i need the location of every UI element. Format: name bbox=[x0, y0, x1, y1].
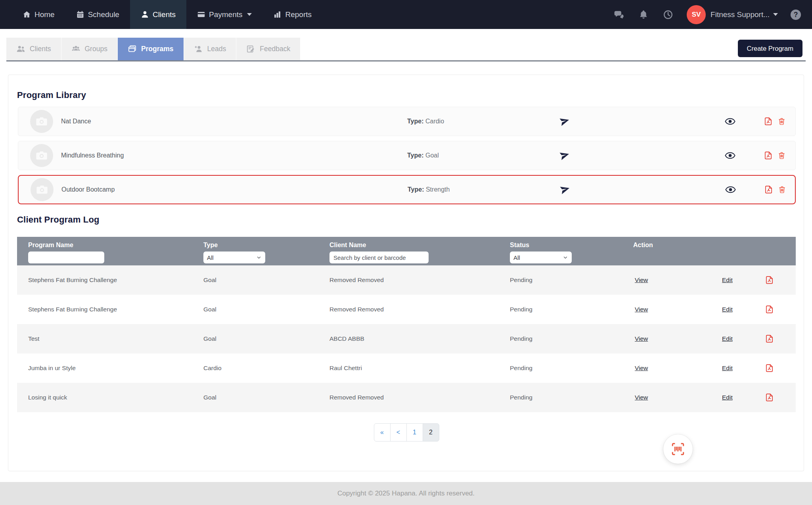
pdf-program-icon[interactable] bbox=[764, 151, 773, 160]
view-link[interactable]: View bbox=[635, 353, 648, 383]
cell-status: Pending bbox=[499, 324, 622, 353]
help-icon[interactable]: ? bbox=[790, 9, 802, 21]
table-row: Test Goal ABCD ABBB Pending View Edit bbox=[17, 324, 796, 353]
client-search-input[interactable] bbox=[329, 252, 429, 263]
cell-action: View Edit bbox=[622, 353, 796, 383]
program-type: Type: Strength bbox=[408, 186, 450, 193]
cell-type: Goal bbox=[192, 265, 318, 295]
edit-link[interactable]: Edit bbox=[722, 324, 733, 353]
pdf-download-icon[interactable] bbox=[765, 305, 774, 314]
cell-action: View Edit bbox=[622, 295, 796, 324]
camera-icon bbox=[35, 183, 49, 196]
user-avatar[interactable]: SV bbox=[687, 5, 706, 24]
client-program-log-table: Program Name Type All Client Name bbox=[17, 237, 796, 412]
edit-link[interactable]: Edit bbox=[722, 295, 733, 324]
svg-text:?: ? bbox=[794, 11, 798, 19]
pdf-download-icon[interactable] bbox=[765, 393, 774, 402]
pdf-download-icon[interactable] bbox=[765, 364, 774, 373]
program-library-row[interactable]: Outdoor Bootcamp Type: Strength bbox=[18, 175, 796, 204]
cell-action: View Edit bbox=[622, 324, 796, 353]
program-image-placeholder bbox=[30, 144, 53, 167]
program-name: Outdoor Bootcamp bbox=[61, 186, 115, 193]
view-link[interactable]: View bbox=[635, 265, 648, 295]
barcode-icon bbox=[670, 442, 686, 457]
pdf-program-icon[interactable] bbox=[764, 185, 773, 194]
chat-icon[interactable] bbox=[614, 10, 624, 20]
clock-icon[interactable] bbox=[663, 10, 673, 20]
client-program-log-title: Client Program Log bbox=[17, 215, 100, 225]
programs-icon bbox=[128, 44, 137, 54]
edit-link[interactable]: Edit bbox=[722, 265, 733, 295]
column-header-program-name: Program Name bbox=[28, 242, 192, 249]
pagination-first-button[interactable]: « bbox=[374, 423, 391, 442]
pagination-prev-button[interactable]: < bbox=[390, 423, 407, 442]
pdf-program-icon[interactable] bbox=[764, 117, 773, 126]
leads-icon bbox=[194, 44, 203, 54]
pdf-download-icon[interactable] bbox=[765, 334, 774, 344]
create-program-button[interactable]: Create Program bbox=[738, 40, 802, 57]
preview-program-icon[interactable] bbox=[725, 184, 736, 195]
pagination-page-2-button[interactable]: 2 bbox=[423, 423, 439, 442]
navbar-right: SV Fitness Support... ? bbox=[599, 0, 812, 29]
pdf-download-icon[interactable] bbox=[765, 276, 774, 285]
table-header: Program Name Type All Client Name bbox=[17, 237, 796, 265]
caret-down-icon bbox=[247, 13, 252, 16]
tab-clients[interactable]: Clients bbox=[6, 38, 61, 60]
column-header-action: Action bbox=[633, 242, 796, 249]
barcode-scan-button[interactable] bbox=[663, 434, 693, 464]
cell-program-name: Jumba in ur Style bbox=[17, 353, 192, 383]
delete-program-icon[interactable] bbox=[778, 152, 786, 160]
notifications-bell-icon[interactable] bbox=[638, 10, 649, 20]
calendar-icon bbox=[76, 10, 84, 19]
nav-item-reports[interactable]: Reports bbox=[262, 0, 322, 29]
program-type: Type: Cardio bbox=[407, 118, 444, 125]
delete-program-icon[interactable] bbox=[778, 186, 786, 194]
tabstrip-underline bbox=[6, 60, 806, 61]
table-row: Jumba in ur Style Cardio Raul Chettri Pe… bbox=[17, 353, 796, 383]
nav-item-schedule[interactable]: Schedule bbox=[65, 0, 130, 29]
cell-action: View Edit bbox=[622, 265, 796, 295]
pagination-page-1-button[interactable]: 1 bbox=[406, 423, 423, 442]
chevron-down-icon bbox=[256, 255, 262, 260]
type-filter-select[interactable]: All bbox=[203, 252, 265, 263]
program-library-row[interactable]: Nat Dance Type: Cardio bbox=[18, 107, 796, 136]
groups-icon bbox=[71, 44, 80, 54]
column-header-client-name: Client Name bbox=[329, 242, 499, 249]
cell-program-name: Losing it quick bbox=[17, 383, 192, 412]
preview-program-icon[interactable] bbox=[725, 150, 735, 161]
tab-programs[interactable]: Programs bbox=[118, 38, 184, 60]
cell-type: Goal bbox=[192, 383, 318, 412]
tab-feedback[interactable]: Feedback bbox=[236, 38, 300, 60]
table-body: Stephens Fat Burning Challenge Goal Remo… bbox=[17, 265, 796, 412]
nav-item-home[interactable]: Home bbox=[12, 0, 65, 29]
nav-item-clients[interactable]: Clients bbox=[130, 0, 186, 29]
feedback-icon bbox=[246, 44, 255, 54]
camera-icon bbox=[35, 149, 48, 162]
program-image-placeholder bbox=[30, 110, 53, 133]
program-image-placeholder bbox=[31, 178, 54, 201]
send-program-icon[interactable] bbox=[559, 150, 570, 161]
send-program-icon[interactable] bbox=[559, 116, 570, 127]
clients-icon bbox=[16, 44, 25, 54]
status-filter-select[interactable]: All bbox=[510, 252, 572, 263]
account-menu[interactable]: Fitness Support... bbox=[710, 10, 778, 19]
edit-link[interactable]: Edit bbox=[722, 353, 733, 383]
preview-program-icon[interactable] bbox=[725, 116, 735, 127]
tab-groups[interactable]: Groups bbox=[61, 38, 117, 60]
table-row: Stephens Fat Burning Challenge Goal Remo… bbox=[17, 265, 796, 295]
section-tabs: Clients Groups Programs Leads Feedback bbox=[6, 38, 301, 60]
nav-item-payments[interactable]: Payments bbox=[186, 0, 262, 29]
send-program-icon[interactable] bbox=[560, 184, 570, 195]
program-name-filter-input[interactable] bbox=[28, 252, 104, 263]
view-link[interactable]: View bbox=[635, 383, 648, 412]
edit-link[interactable]: Edit bbox=[722, 383, 733, 412]
delete-program-icon[interactable] bbox=[778, 117, 786, 126]
view-link[interactable]: View bbox=[635, 324, 648, 353]
program-type: Type: Goal bbox=[407, 152, 439, 159]
program-name: Mindfulness Breathing bbox=[61, 152, 124, 159]
program-library-row[interactable]: Mindfulness Breathing Type: Goal bbox=[18, 141, 796, 170]
cell-client-name: Raul Chettri bbox=[318, 353, 499, 383]
column-header-status: Status bbox=[510, 242, 622, 249]
tab-leads[interactable]: Leads bbox=[184, 38, 236, 60]
view-link[interactable]: View bbox=[635, 295, 648, 324]
